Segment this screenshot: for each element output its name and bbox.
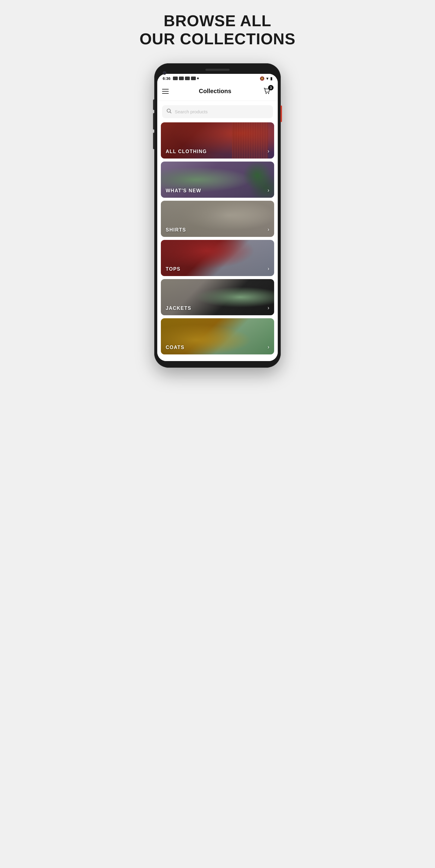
collection-name-whats-new: WHAT'S NEW bbox=[166, 188, 201, 193]
phone-camera bbox=[163, 71, 166, 75]
svg-point-0 bbox=[266, 93, 267, 94]
signal-icon-3 bbox=[185, 76, 190, 80]
battery-icon: ▮ bbox=[270, 76, 272, 81]
collection-label-jackets: JACKETS › bbox=[161, 305, 274, 315]
phone-top-bar bbox=[157, 69, 278, 71]
page-heading: BROWSE ALL OUR COLLECTIONS bbox=[139, 12, 296, 48]
volume-up-button bbox=[153, 113, 155, 130]
hamburger-line-3 bbox=[162, 93, 169, 94]
chevron-right-icon-jackets: › bbox=[268, 305, 269, 311]
header-title: Collections bbox=[199, 88, 231, 95]
menu-button[interactable] bbox=[162, 89, 169, 94]
status-time: 6:36 bbox=[163, 76, 170, 81]
signal-icon-4 bbox=[191, 76, 196, 80]
heading-line2: OUR COLLECTIONS bbox=[139, 30, 296, 48]
collection-label-tops: TOPS › bbox=[161, 266, 274, 276]
svg-point-1 bbox=[268, 93, 269, 94]
hamburger-line-1 bbox=[162, 89, 169, 90]
volume-down-button bbox=[153, 133, 155, 149]
collection-label-coats: COATS › bbox=[161, 344, 274, 354]
phone-mockup: 6:36 🔕 ▾ ▮ Collect bbox=[154, 63, 281, 368]
power-button bbox=[280, 105, 282, 122]
heading-line1: BROWSE ALL bbox=[164, 12, 271, 30]
search-bar[interactable]: Search products bbox=[162, 105, 273, 118]
phone-screen: 6:36 🔕 ▾ ▮ Collect bbox=[157, 74, 278, 361]
collection-item-all-clothing[interactable]: ALL CLOTHING › bbox=[161, 122, 274, 158]
signal-icon-2 bbox=[179, 76, 184, 80]
phone-speaker bbox=[205, 69, 230, 71]
chevron-right-icon-shirts: › bbox=[268, 226, 269, 233]
chevron-right-icon-all-clothing: › bbox=[268, 148, 269, 154]
collection-label-whats-new: WHAT'S NEW › bbox=[161, 187, 274, 198]
chevron-right-icon-whats-new: › bbox=[268, 187, 269, 193]
collection-label-all-clothing: ALL CLOTHING › bbox=[161, 148, 274, 158]
svg-line-3 bbox=[170, 112, 171, 113]
collection-item-coats[interactable]: COATS › bbox=[161, 318, 274, 354]
collection-item-tops[interactable]: TOPS › bbox=[161, 240, 274, 276]
collection-label-shirts: SHIRTS › bbox=[161, 226, 274, 237]
collection-name-jackets: JACKETS bbox=[166, 306, 191, 311]
hamburger-line-2 bbox=[162, 91, 169, 92]
cart-badge: 3 bbox=[268, 85, 273, 90]
collection-item-shirts[interactable]: SHIRTS › bbox=[161, 201, 274, 237]
signal-dot bbox=[197, 78, 199, 79]
collection-name-tops: TOPS bbox=[166, 267, 180, 272]
chevron-right-icon-tops: › bbox=[268, 266, 269, 272]
collection-name-coats: COATS bbox=[166, 345, 185, 350]
signal-icon-1 bbox=[173, 76, 178, 80]
collections-list: ALL CLOTHING › WHAT'S NEW › SHIRTS bbox=[157, 121, 278, 361]
cart-button[interactable]: 3 bbox=[262, 86, 273, 97]
collection-name-all-clothing: ALL CLOTHING bbox=[166, 149, 207, 154]
search-icon bbox=[166, 108, 172, 115]
search-container: Search products bbox=[157, 101, 278, 121]
status-icons-right: 🔕 ▾ ▮ bbox=[260, 76, 272, 81]
mute-icon: 🔕 bbox=[260, 76, 265, 81]
app-header: Collections 3 bbox=[157, 83, 278, 101]
mute-button bbox=[153, 99, 155, 110]
chevron-right-icon-coats: › bbox=[268, 344, 269, 350]
collection-item-jackets[interactable]: JACKETS › bbox=[161, 279, 274, 315]
collection-item-whats-new[interactable]: WHAT'S NEW › bbox=[161, 161, 274, 198]
wifi-icon: ▾ bbox=[266, 76, 268, 81]
search-placeholder: Search products bbox=[175, 109, 207, 114]
collection-name-shirts: SHIRTS bbox=[166, 227, 186, 233]
status-bar: 6:36 🔕 ▾ ▮ bbox=[157, 74, 278, 83]
status-icons-left bbox=[173, 76, 199, 80]
